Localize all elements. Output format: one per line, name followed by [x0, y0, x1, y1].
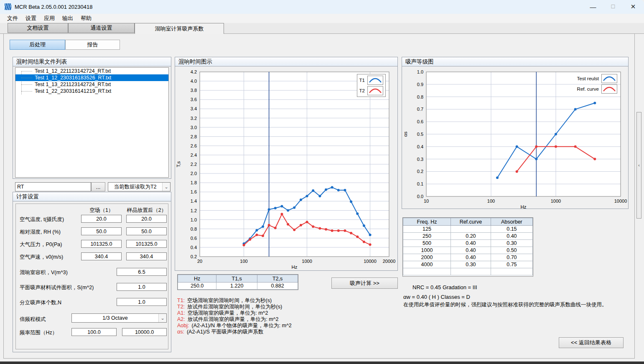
svg-text:1.4: 1.4: [191, 199, 197, 204]
tab-2[interactable]: 通道设置: [68, 23, 135, 33]
column-header: Freq. Hz: [403, 218, 451, 226]
calc-settings-box: 空场（1） 样品放置后（2） 空气温度, t(摄氏度)相对湿度, RH (%)大…: [15, 204, 168, 349]
svg-text:1000: 1000: [302, 259, 312, 264]
field-input[interactable]: [126, 252, 167, 260]
svg-text:0.2: 0.2: [191, 254, 197, 259]
legend-row: Ref. curve: [577, 84, 617, 94]
table-cell: 0.40: [451, 240, 491, 247]
rt-result-table: HzT1,sT2,s250.01.2200.882: [178, 275, 298, 290]
svg-text:4.2: 4.2: [191, 69, 197, 74]
file-name: Test 1_12_221123142724_RT.txt: [32, 68, 111, 74]
octave-mode-dropdown[interactable]: 1/3 Octave ⌄: [71, 313, 167, 323]
tab-postprocess[interactable]: 后处理: [10, 40, 65, 50]
field-input[interactable]: [117, 268, 167, 276]
back-to-results-button[interactable]: << 返回结果表格: [559, 337, 624, 348]
field-input[interactable]: [117, 283, 167, 291]
svg-text:Hz: Hz: [291, 265, 297, 270]
field-label: 空气温度, t(摄氏度): [20, 216, 64, 223]
tab-report[interactable]: 报告: [65, 40, 120, 50]
svg-text:4.0: 4.0: [191, 79, 197, 84]
menu-item-文件[interactable]: 文件: [3, 14, 22, 23]
field-input[interactable]: [117, 298, 167, 306]
legend-row: Test reulst: [577, 74, 617, 83]
rt-chart-panel: 混响时间图示 0.20.40.60.81.01.21.41.61.82.02.2…: [175, 57, 398, 271]
panel-title: 计算设置: [13, 192, 171, 201]
chevron-down-icon: ⌄: [158, 314, 166, 322]
menu-item-设置[interactable]: 设置: [22, 14, 40, 23]
field-input[interactable]: [126, 215, 167, 223]
menu-item-帮助[interactable]: 帮助: [77, 14, 95, 23]
file-item[interactable]: Test 1_13_221123142724_RT.txt: [15, 81, 168, 88]
freq-max-input[interactable]: [122, 328, 167, 336]
browse-button[interactable]: ...: [91, 182, 105, 191]
collapse-panel-button[interactable]: ‹: [636, 112, 641, 219]
field-input[interactable]: [126, 227, 167, 235]
data-read-dropdown[interactable]: 当前数据读取为T2 ⌄: [108, 182, 171, 191]
file-item[interactable]: Test 1_22_230316141219_RT.txt: [15, 88, 168, 94]
note-line: A2:放试件后混响室的吸声量，单位为: m^2: [177, 316, 292, 323]
menu-item-输出[interactable]: 输出: [59, 14, 77, 23]
nrc-result-text: NRC = 0.45 Gradation = III: [412, 284, 477, 290]
field-input[interactable]: [81, 252, 122, 260]
minimize-button[interactable]: —: [584, 0, 602, 13]
svg-text:10000: 10000: [614, 199, 627, 204]
svg-text:αs: αs: [403, 132, 408, 137]
table-cell: 0.70: [491, 254, 532, 261]
rt-result-table-wrap: HzT1,sT2,s250.01.2200.882: [177, 274, 298, 290]
tab-3[interactable]: 混响室计算吸声系数: [135, 23, 224, 34]
table-cell: 1000: [403, 247, 451, 254]
file-name: Test 1_22_230316141219_RT.txt: [32, 88, 111, 94]
field-input[interactable]: [81, 215, 122, 223]
svg-text:0.1: 0.1: [417, 181, 423, 186]
menu-bar: 文件设置应用输出帮助: [0, 14, 644, 23]
aw-result-text: αw = 0.40 ( H ) Classes = D: [403, 294, 470, 300]
field-input[interactable]: [81, 227, 122, 235]
column-header: Hz: [178, 275, 216, 283]
svg-text:3.0: 3.0: [191, 125, 197, 130]
svg-text:2.8: 2.8: [191, 134, 197, 139]
svg-text:20: 20: [197, 259, 202, 264]
close-button[interactable]: ✕: [624, 0, 642, 13]
grade-chart-panel: 吸声等级图 0.00.10.20.30.40.50.60.70.80.91.01…: [402, 57, 629, 209]
table-row: [403, 268, 533, 275]
panel-title: 吸声等级图: [402, 57, 628, 66]
table-row: 20000.400.70: [403, 254, 533, 261]
freq-min-input[interactable]: [71, 328, 117, 336]
note-key: T1:: [177, 298, 185, 303]
file-list[interactable]: Test 1_12_221123142724_RT.txtTest 1_12_2…: [15, 67, 169, 178]
file-item[interactable]: Test 1_12_230316183526_RT.txt: [15, 74, 168, 81]
rt-file-list-panel: 混时间结果文件列表 Test 1_12_221123142724_RT.txtT…: [13, 57, 171, 179]
table-cell: 0.75: [491, 261, 532, 268]
calc-settings-panel: 计算设置 空场（1） 样品放置后（2） 空气温度, t(摄氏度)相对湿度, RH…: [13, 192, 171, 352]
column-header: T1,s: [216, 275, 257, 283]
column-header: Absorber: [491, 218, 532, 226]
table-cell: 0.15: [491, 226, 532, 233]
maximize-button[interactable]: ☐: [604, 0, 622, 13]
note-line: A1:空场混响室的吸声量，单位为: m^2: [177, 310, 292, 316]
table-cell: 0.20: [451, 233, 491, 240]
table-cell: 0.882: [257, 283, 298, 290]
tree-connector: [21, 84, 32, 85]
table-cell: 0.40: [451, 247, 491, 254]
svg-text:T,s: T,s: [176, 161, 181, 167]
absorb-calc-button[interactable]: 吸声计算 >>: [331, 277, 398, 289]
tab-1[interactable]: 文档设置: [8, 23, 68, 33]
rt-name-input[interactable]: [15, 182, 91, 191]
note-line: Aobj:(A2-A1)/N 单个物体的吸声量，单位为: m^2: [177, 323, 292, 329]
dropdown-value: 当前数据读取为T2: [108, 183, 162, 191]
menu-item-应用[interactable]: 应用: [40, 14, 59, 23]
svg-text:0.3: 0.3: [417, 157, 423, 162]
field-label: 分立吸声体个数,N: [20, 299, 61, 306]
app-logo-icon: [5, 3, 11, 10]
note-text: 空场混响室的吸声量，单位为: m^2: [188, 310, 268, 316]
rt-chart: 0.20.40.60.81.01.21.41.61.82.02.22.42.62…: [175, 66, 397, 270]
field-input[interactable]: [126, 240, 167, 248]
table-row: 250.01.2200.882: [178, 283, 298, 290]
file-item[interactable]: Test 1_12_221123142724_RT.txt: [15, 68, 168, 74]
svg-text:0.0: 0.0: [417, 194, 423, 199]
table-cell: [451, 226, 491, 233]
note-text: 放试件后混响室的混响时间，单位为秒(s): [187, 304, 282, 310]
note-text: 放试件后混响室的吸声量，单位为: m^2: [188, 316, 279, 322]
table-cell: [491, 268, 532, 275]
field-input[interactable]: [81, 240, 122, 248]
